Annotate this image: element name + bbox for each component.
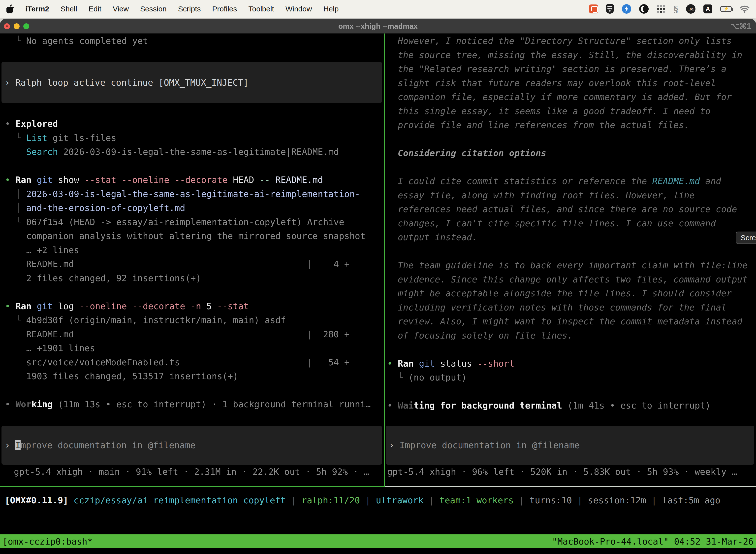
terminal-line: └ List git ls-files — [5, 131, 384, 145]
window-title: omx --xhigh --madmax — [0, 19, 756, 34]
blank-line — [5, 159, 384, 173]
s-curve-icon[interactable]: § — [674, 4, 678, 14]
terminal-line: essay file, along with finding root file… — [387, 188, 756, 203]
terminal-line: provide file and line references from th… — [387, 118, 756, 132]
terminal-line: • Working (11m 13s • esc to interrupt) ·… — [5, 397, 384, 411]
terminal-line: review. Also, I might want to inspect th… — [387, 315, 756, 329]
tmux-status-bar: [omx-cczip0:bash* "MacBook-Pro-44.local"… — [0, 535, 756, 548]
prompt-chevron: › — [5, 440, 15, 450]
terminal-line: The team guideline is to back every impo… — [387, 258, 756, 273]
terminal-line: output instead. — [387, 230, 756, 244]
blank-line — [387, 342, 756, 357]
terminal-line: the source tree, missing the essay. Stil… — [387, 48, 756, 62]
composer-input-left[interactable]: › Improve documentation in @filename — [1, 426, 382, 465]
window-title-bar[interactable]: omx --xhigh --madmax ⌥⌘1 — [0, 19, 756, 34]
chat-app-icon[interactable] — [589, 4, 598, 13]
composer-input-right[interactable]: › Improve documentation in @filename — [386, 426, 754, 465]
screen-overlay-tooltip[interactable]: Scre — [736, 232, 756, 244]
omx-status-line: [OMX#0.11.9] cczip/essay/ai-reimplementa… — [5, 493, 720, 508]
menu-item-profiles[interactable]: Profiles — [212, 5, 237, 13]
menu-item-edit[interactable]: Edit — [88, 5, 102, 13]
menu-item-view[interactable]: View — [113, 5, 129, 13]
apple-icon[interactable] — [6, 4, 14, 13]
prompt-chevron: › — [389, 440, 399, 450]
input-source-icon[interactable]: A — [703, 4, 712, 13]
menu-status-icons: § ..61 A ⚡ — [589, 4, 750, 14]
overflow-count-badge[interactable]: ..61 — [686, 4, 695, 14]
agent-transcript-left: • Explored └ List git ls-files Search 20… — [0, 117, 384, 411]
terminal-line: └ 4b9d30f (origin/main, instructkr/main,… — [5, 313, 384, 327]
terminal-line: └ 067f154 (HEAD -> essay/ai-reimplementa… — [5, 215, 384, 229]
macos-menu-bar: iTerm2 Shell Edit View Session Scripts P… — [0, 0, 756, 18]
terminal-line: the "Related research writing" section i… — [387, 62, 756, 76]
terminal-line: └ (no output) — [387, 371, 756, 385]
blank-line — [387, 385, 756, 399]
terminal-content: └ No agents completed yet › Ralph loop a… — [0, 34, 756, 554]
terminal-line: companion analysis without altering the … — [5, 229, 384, 243]
terminal-line: • Waiting for background terminal (1m 41… — [387, 399, 756, 413]
omx-status-pane: [OMX#0.11.9] cczip/essay/ai-reimplementa… — [0, 487, 756, 535]
menu-item-iterm2[interactable]: iTerm2 — [25, 5, 49, 13]
terminal-line: README.md | 4 + — [5, 257, 384, 271]
session-status-right: gpt-5.4 xhigh · 96% left · 520K in · 5.8… — [387, 465, 737, 479]
ralph-loop-message-box[interactable]: › Ralph loop active continue [OMX_TMUX_I… — [1, 62, 382, 103]
terminal-line: • Ran git log --oneline --decorate -n 5 … — [5, 299, 384, 314]
tmux-pane-left[interactable]: └ No agents completed yet › Ralph loop a… — [0, 34, 384, 486]
terminal-line: Considering citation options — [387, 146, 756, 160]
terminal-line: └ No agents completed yet — [5, 34, 384, 48]
menu-item-help[interactable]: Help — [323, 5, 339, 13]
blank-line — [387, 132, 756, 147]
text-cursor: I — [15, 440, 20, 450]
terminal-line: • Ran git status --short — [387, 357, 756, 371]
terminal-line: README.md | 280 + — [5, 327, 384, 341]
terminal-line: slight risk that future readers may over… — [387, 76, 756, 90]
wifi-icon[interactable] — [740, 5, 750, 13]
tmux-pane-right[interactable]: However, I noticed the "Directory Struct… — [385, 34, 756, 486]
prompt-chevron: › — [5, 77, 15, 88]
blank-line — [5, 285, 384, 299]
terminal-line: … +2 lines — [5, 243, 384, 258]
menu-item-toolbelt[interactable]: Toolbelt — [249, 5, 274, 13]
terminal-line: … +1901 lines — [5, 341, 384, 355]
terminal-line: of focusing solely on file lines. — [387, 329, 756, 343]
session-status-left: gpt-5.4 xhigh · main · 91% left · 2.31M … — [14, 465, 369, 479]
menu-item-session[interactable]: Session — [140, 5, 167, 13]
battery-icon[interactable]: ⚡ — [720, 6, 732, 12]
agent-transcript-right: However, I noticed the "Directory Struct… — [385, 34, 756, 413]
menu-items: iTerm2 Shell Edit View Session Scripts P… — [6, 4, 338, 13]
menu-item-window[interactable]: Window — [286, 5, 312, 13]
tmux-host-clock: "MacBook-Pro-44.local" 04:52 31-Mar-26 — [552, 536, 754, 547]
terminal-line: I could cite commit statistics or refere… — [387, 174, 756, 188]
terminal-line: [OMX#0.11.9] cczip/essay/ai-reimplementa… — [5, 493, 720, 508]
terminal-line: 2 files changed, 92 insertions(+) — [5, 271, 384, 285]
terminal-line: However, I noticed the "Directory Struct… — [387, 34, 756, 48]
terminal-line: │ and-the-erosion-of-copyleft.md — [5, 201, 384, 215]
terminal-line: • Explored — [5, 117, 384, 131]
terminal-line: │ 2026-03-09-is-legal-the-same-as-legiti… — [5, 187, 384, 201]
sync-app-icon[interactable] — [622, 4, 631, 14]
terminal-line: references need actual files, and since … — [387, 202, 756, 216]
tmux-session-label: [omx-cczip0:bash* — [2, 536, 92, 547]
menu-item-shell[interactable]: Shell — [61, 5, 77, 13]
terminal-line: Search 2026-03-09-is-legal-the-same-as-l… — [5, 145, 384, 159]
window-shortcut-badge: ⌥⌘1 — [730, 19, 751, 34]
terminal-line: this single essay, it seems like a good … — [387, 104, 756, 118]
crescent-app-icon[interactable] — [639, 4, 649, 14]
composer-text: Improve documentation in @filename — [399, 440, 580, 450]
shield-icon[interactable] — [606, 4, 614, 14]
blank-line — [387, 160, 756, 174]
blank-line — [387, 244, 756, 259]
composer-text: mprove documentation in @filename — [20, 440, 195, 450]
terminal-line: companion file, especially if more comme… — [387, 90, 756, 104]
terminal-line: including verification notes with those … — [387, 300, 756, 315]
terminal-line: 1903 files changed, 513517 insertions(+) — [5, 369, 384, 384]
terminal-line: evidence. Since this change only affects… — [387, 273, 756, 287]
iterm2-window: omx --xhigh --madmax ⌥⌘1 └ No agents com… — [0, 19, 756, 554]
dots-grid-icon[interactable] — [656, 4, 666, 13]
terminal-line: • Ran git show --stat --oneline --decora… — [5, 173, 384, 187]
ralph-loop-message: Ralph loop active continue [OMX_TMUX_INJ… — [15, 77, 249, 88]
terminal-line: changes, I can't cite specific file line… — [387, 216, 756, 231]
terminal-line: might be acceptable alongside the file l… — [387, 286, 756, 300]
menu-item-scripts[interactable]: Scripts — [178, 5, 201, 13]
terminal-line: src/voice/voiceModeEnabled.ts | 54 + — [5, 355, 384, 370]
